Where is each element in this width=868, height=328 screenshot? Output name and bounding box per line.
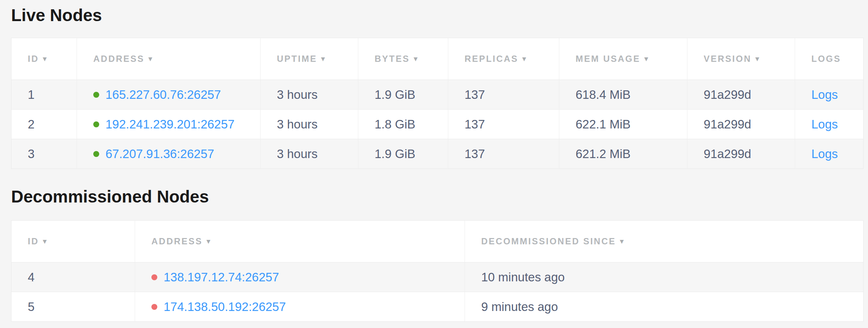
sort-desc-icon: ▾ [755, 55, 759, 63]
node-logs-link[interactable]: Logs [811, 147, 838, 161]
node-version-cell: 91a299d [687, 139, 795, 169]
node-address-cell: 138.197.12.74:26257 [135, 262, 465, 292]
node-live-status-icon [93, 151, 99, 157]
node-address-cell: 174.138.50.192:26257 [135, 292, 465, 322]
col-header-version[interactable]: VERSION▾ [687, 38, 795, 80]
col-header-logs: LOGS [795, 38, 864, 80]
table-row: 1 165.227.60.76:26257 3 hours 1.9 GiB 13… [11, 80, 864, 110]
sort-desc-icon: ▾ [43, 55, 47, 63]
live-nodes-header-row: ID▾ ADDRESS▾ UPTIME▾ BYTES▾ REPLICAS▾ ME… [11, 38, 864, 80]
node-replicas-cell: 137 [448, 139, 559, 169]
node-live-status-icon [93, 92, 99, 98]
node-logs-link[interactable]: Logs [811, 88, 838, 101]
node-address-link[interactable]: 192.241.239.201:26257 [105, 117, 235, 131]
sort-desc-icon: ▾ [414, 55, 418, 63]
col-header-version-label: VERSION [704, 54, 751, 64]
col-header-address-label: ADDRESS [93, 54, 144, 64]
sort-desc-icon: ▾ [644, 55, 648, 63]
node-uptime-cell: 3 hours [261, 139, 358, 169]
node-mem-usage-cell: 622.1 MiB [559, 110, 687, 139]
col-header-id[interactable]: ID▾ [11, 221, 135, 262]
node-bytes-cell: 1.8 GiB [358, 110, 448, 139]
node-id-cell: 3 [11, 139, 77, 169]
col-header-mem-usage-label: MEM USAGE [576, 54, 640, 64]
node-version-cell: 91a299d [687, 80, 795, 110]
sort-desc-icon: ▾ [148, 55, 152, 63]
table-row: 2 192.241.239.201:26257 3 hours 1.8 GiB … [11, 110, 864, 139]
col-header-decommissioned-since[interactable]: DECOMMISSIONED SINCE▾ [465, 221, 864, 262]
node-decommissioned-since-cell: 10 minutes ago [465, 262, 864, 292]
table-row: 3 67.207.91.36:26257 3 hours 1.9 GiB 137… [11, 139, 864, 169]
node-address-link[interactable]: 138.197.12.74:26257 [164, 270, 279, 284]
node-address-link[interactable]: 174.138.50.192:26257 [164, 300, 286, 314]
node-version-cell: 91a299d [687, 110, 795, 139]
node-id-cell: 5 [11, 292, 135, 322]
node-replicas-cell: 137 [448, 110, 559, 139]
node-decommissioned-status-icon [151, 274, 157, 280]
decommissioned-nodes-title: Decommissioned Nodes [11, 187, 863, 207]
col-header-decommissioned-since-label: DECOMMISSIONED SINCE [481, 236, 616, 246]
node-decommissioned-status-icon [151, 304, 157, 310]
table-row: 5 174.138.50.192:26257 9 minutes ago [11, 292, 864, 322]
col-header-address[interactable]: ADDRESS▾ [135, 221, 465, 262]
col-header-bytes[interactable]: BYTES▾ [358, 38, 448, 80]
decommissioned-nodes-header-row: ID▾ ADDRESS▾ DECOMMISSIONED SINCE▾ [11, 221, 864, 262]
col-header-uptime[interactable]: UPTIME▾ [261, 38, 358, 80]
cluster-nodes-page: Live Nodes ID▾ ADDRESS▾ UPTIME▾ BYTES▾ R… [0, 0, 868, 328]
col-header-address[interactable]: ADDRESS▾ [77, 38, 261, 80]
node-address-cell: 165.227.60.76:26257 [77, 80, 261, 110]
decommissioned-nodes-table: ID▾ ADDRESS▾ DECOMMISSIONED SINCE▾ 4 138… [11, 220, 864, 322]
col-header-bytes-label: BYTES [375, 54, 410, 64]
node-address-cell: 67.207.91.36:26257 [77, 139, 261, 169]
node-replicas-cell: 137 [448, 80, 559, 110]
node-uptime-cell: 3 hours [261, 110, 358, 139]
node-mem-usage-cell: 618.4 MiB [559, 80, 687, 110]
node-address-cell: 192.241.239.201:26257 [77, 110, 261, 139]
node-mem-usage-cell: 621.2 MiB [559, 139, 687, 169]
node-address-link[interactable]: 165.227.60.76:26257 [105, 88, 221, 101]
sort-desc-icon: ▾ [522, 55, 526, 63]
col-header-mem-usage[interactable]: MEM USAGE▾ [559, 38, 687, 80]
node-logs-link[interactable]: Logs [811, 117, 838, 131]
sort-desc-icon: ▾ [43, 237, 47, 245]
live-nodes-table: ID▾ ADDRESS▾ UPTIME▾ BYTES▾ REPLICAS▾ ME… [11, 38, 864, 169]
col-header-address-label: ADDRESS [151, 236, 202, 246]
node-id-cell: 4 [11, 262, 135, 292]
col-header-replicas-label: REPLICAS [465, 54, 518, 64]
node-bytes-cell: 1.9 GiB [358, 80, 448, 110]
col-header-replicas[interactable]: REPLICAS▾ [448, 38, 559, 80]
live-nodes-title: Live Nodes [11, 5, 863, 26]
node-uptime-cell: 3 hours [261, 80, 358, 110]
node-address-link[interactable]: 67.207.91.36:26257 [105, 147, 214, 161]
col-header-id[interactable]: ID▾ [11, 38, 77, 80]
node-decommissioned-since-cell: 9 minutes ago [465, 292, 864, 322]
col-header-id-label: ID [28, 236, 39, 246]
node-logs-cell: Logs [795, 110, 864, 139]
table-row: 4 138.197.12.74:26257 10 minutes ago [11, 262, 864, 292]
live-nodes-section: Live Nodes ID▾ ADDRESS▾ UPTIME▾ BYTES▾ R… [11, 5, 863, 169]
sort-desc-icon: ▾ [321, 55, 325, 63]
node-id-cell: 2 [11, 110, 77, 139]
col-header-uptime-label: UPTIME [277, 54, 317, 64]
sort-desc-icon: ▾ [620, 237, 624, 245]
node-logs-cell: Logs [795, 139, 864, 169]
node-id-cell: 1 [11, 80, 77, 110]
node-logs-cell: Logs [795, 80, 864, 110]
sort-desc-icon: ▾ [207, 237, 210, 245]
node-bytes-cell: 1.9 GiB [358, 139, 448, 169]
node-live-status-icon [93, 121, 99, 127]
decommissioned-nodes-section: Decommissioned Nodes ID▾ ADDRESS▾ DECOMM… [11, 187, 863, 322]
col-header-logs-label: LOGS [811, 54, 841, 64]
col-header-id-label: ID [28, 54, 39, 64]
